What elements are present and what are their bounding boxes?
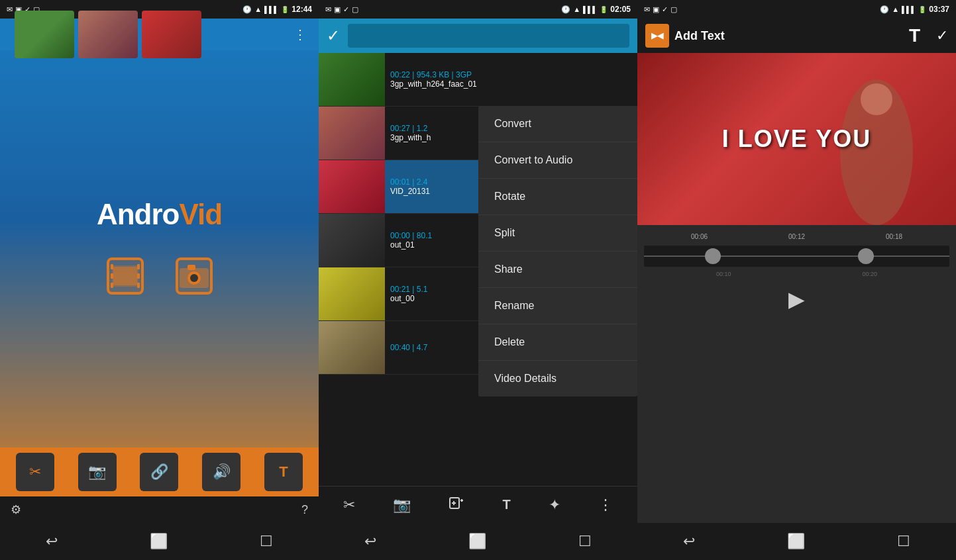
svg-rect-4 (111, 273, 113, 279)
home-button-3[interactable]: ⬜ (787, 533, 805, 550)
ctx-rename[interactable]: Rename (478, 288, 637, 324)
ctx-split[interactable]: Split (478, 215, 637, 252)
thumbnail-3[interactable] (142, 11, 201, 58)
file-thumb-5 (319, 321, 385, 374)
timeline-handle-right[interactable] (858, 248, 874, 264)
scissors-button[interactable]: ✂ (16, 453, 54, 491)
file-thumb-1 (319, 107, 385, 160)
sub-ruler: 00:10 00:20 (637, 269, 956, 279)
battery-icon-3: 🔋 (918, 6, 926, 13)
signal-icon: ▌▌▌ (264, 6, 278, 13)
film-icon-button[interactable] (101, 252, 149, 300)
s2-text-button[interactable]: T (503, 497, 511, 512)
square-icon-2: ▢ (352, 5, 358, 14)
thumbnail-2[interactable] (78, 11, 138, 58)
s2-scissors-button[interactable]: ✂ (343, 496, 355, 514)
confirm-button-3[interactable]: ✓ (936, 27, 948, 44)
more-button[interactable]: ⋮ (293, 26, 307, 42)
settings-icon[interactable]: ⚙ (11, 502, 21, 517)
timeline-area: 00:06 00:12 00:18 00:10 00:20 ▶ (637, 225, 956, 523)
screen2-content: ✓ 00:22 | 954.3 KB | 3GP 3gp_with_h264_f… (319, 19, 637, 523)
overlay-text[interactable]: I LOVE YOU (722, 125, 871, 153)
file-item-0[interactable]: 00:22 | 954.3 KB | 3GP 3gp_with_h264_faa… (319, 53, 637, 107)
app-title-part2: Vid (179, 198, 222, 230)
file-thumb-2 (319, 160, 385, 213)
home-button-1[interactable]: ⬜ (150, 533, 168, 550)
ruler-mark-2: 00:18 (886, 233, 902, 240)
select-all-check[interactable]: ✓ (327, 26, 340, 45)
s2-wand-button[interactable]: ✦ (549, 496, 560, 514)
svg-rect-5 (111, 283, 113, 288)
sub-mark-0: 00:10 (716, 271, 731, 277)
file-meta-0: 00:22 | 954.3 KB | 3GP (390, 70, 632, 79)
battery-icon: 🔋 (281, 6, 289, 13)
app-title-part1: Andro (97, 198, 180, 230)
file-thumb-4 (319, 267, 385, 320)
timeline-ruler: 00:06 00:12 00:18 (637, 230, 956, 243)
ctx-delete[interactable]: Delete (478, 324, 637, 361)
check-icon-3: ✓ (662, 5, 668, 14)
status-bar-3: ✉ ▣ ✓ ▢ 🕐 ▲ ▌▌▌ 🔋 03:37 (637, 0, 956, 19)
status-time-2: 02:05 (610, 5, 631, 14)
search-bar[interactable] (348, 24, 629, 48)
screen1-main: ⋮ AndroVid (0, 19, 319, 523)
apps-button-3[interactable]: ☐ (897, 533, 910, 550)
svg-rect-6 (137, 264, 140, 269)
main-icon-row (101, 252, 218, 300)
ruler-mark-1: 00:12 (788, 233, 805, 240)
text-button[interactable]: T (264, 453, 303, 491)
s2-camera-button[interactable]: 📷 (393, 496, 411, 514)
top-bar-1: ⋮ (0, 19, 319, 50)
s2-more-button[interactable]: ⋮ (598, 496, 613, 514)
file-thumb-3 (319, 214, 385, 267)
screen1: ✉ ▣ ✓ ▢ 🕐 ▲ ▌▌▌ 🔋 12:44 ⋮ (0, 0, 319, 560)
link-button[interactable]: 🔗 (140, 453, 178, 491)
apps-button-1[interactable]: ☐ (260, 533, 273, 550)
text-format-icon: T (909, 25, 920, 46)
ctx-share[interactable]: Share (478, 252, 637, 288)
ctx-convert[interactable]: Convert (478, 106, 637, 142)
file-name-0: 3gp_with_h264_faac_01 (390, 79, 632, 89)
svg-point-14 (190, 274, 198, 282)
status-icons-right-3: 🕐 ▲ ▌▌▌ 🔋 03:37 (880, 5, 949, 14)
check-icon-2: ✓ (343, 5, 349, 14)
screen1-center: AndroVid (0, 50, 319, 447)
apps-button-2[interactable]: ☐ (578, 533, 592, 550)
signal-icon-2: ▌▌▌ (583, 6, 597, 13)
svg-rect-7 (137, 273, 140, 279)
ctx-convert-audio[interactable]: Convert to Audio (478, 142, 637, 179)
thumbnail-1[interactable] (15, 11, 74, 58)
signal-icon-3: ▌▌▌ (902, 6, 916, 13)
play-controls: ▶ (637, 279, 956, 320)
status-icons-right: 🕐 ▲ ▌▌▌ 🔋 12:44 (242, 5, 312, 14)
back-button-3[interactable]: ↩ (683, 533, 695, 550)
status-time-3: 03:37 (929, 5, 949, 14)
back-button-2[interactable]: ↩ (364, 533, 376, 550)
screen2: ✉ ▣ ✓ ▢ 🕐 ▲ ▌▌▌ 🔋 02:05 ✓ 00:22 | 954.3 … (319, 0, 637, 560)
play-button[interactable]: ▶ (788, 287, 805, 312)
ctx-rotate[interactable]: Rotate (478, 179, 637, 215)
screen3-content: ▶◀ Add Text T ✓ I LOVE YOU 00:06 00:12 (637, 19, 956, 523)
wifi-icon-3: ▲ (892, 5, 899, 13)
svg-rect-15 (187, 265, 195, 270)
home-button-2[interactable]: ⬜ (468, 533, 486, 550)
clock-icon-3: 🕐 (880, 5, 889, 14)
camera-button[interactable]: 📷 (78, 453, 117, 491)
s2-audio-add-button[interactable] (449, 495, 464, 515)
ctx-details[interactable]: Video Details (478, 361, 637, 397)
audio-button[interactable]: 🔊 (202, 453, 240, 491)
nav-bar-3: ↩ ⬜ ☐ (637, 523, 956, 560)
screen2-header: ✓ (319, 19, 637, 53)
camera-icon-button[interactable] (170, 252, 218, 300)
file-info-0: 00:22 | 954.3 KB | 3GP 3gp_with_h264_faa… (385, 53, 637, 106)
envelope-icon-2: ✉ (325, 5, 331, 14)
wifi-icon: ▲ (254, 5, 262, 13)
screen2-toolbar: ✂ 📷 T ✦ ⋮ (319, 486, 637, 523)
svg-rect-8 (137, 283, 140, 288)
help-icon[interactable]: ? (301, 503, 308, 517)
back-button-1[interactable]: ↩ (46, 533, 58, 550)
timeline-handle-left[interactable] (705, 248, 721, 264)
thumbnail-row (7, 7, 209, 62)
android-icon-2: ▣ (334, 5, 341, 14)
android-icon-3: ▣ (653, 5, 659, 14)
